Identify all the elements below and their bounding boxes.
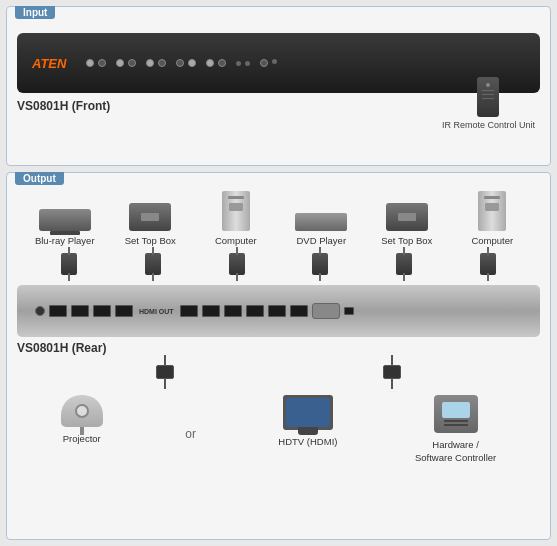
device-dvd: DVD Player xyxy=(284,213,359,247)
rear-panel-ports: HDMI OUT xyxy=(27,299,530,323)
controller-label: Hardware /Software Controller xyxy=(415,439,496,464)
dot-group-5 xyxy=(206,59,226,67)
hdmi-connector-3 xyxy=(229,253,245,275)
device-computer-1: Computer xyxy=(198,191,273,247)
hdmi-out-port-3 xyxy=(224,305,242,317)
output-label: Output xyxy=(15,172,64,185)
rear-device-name: VS0801H (Rear) xyxy=(17,341,540,355)
computer-tower-1 xyxy=(222,191,250,231)
ir-line xyxy=(482,90,494,91)
hdmi-out-1 xyxy=(180,305,198,317)
settopbox-label-1: Set Top Box xyxy=(125,235,176,247)
indicator-dot xyxy=(116,59,124,67)
aten-logo: ATEN xyxy=(32,56,66,71)
device-settopbox-1: Set Top Box xyxy=(113,203,188,247)
settopbox-label-2: Set Top Box xyxy=(381,235,432,247)
controller-line-1 xyxy=(444,420,468,422)
usb-port-shape xyxy=(344,307,354,315)
wire-2 xyxy=(164,379,166,389)
hdtv-screen xyxy=(286,398,330,427)
bluray-device-shape xyxy=(39,209,91,231)
hdmi-out-5 xyxy=(268,305,286,317)
hdmi-out-2 xyxy=(202,305,220,317)
indicator-dot xyxy=(176,59,184,67)
dvd-shape xyxy=(295,213,347,231)
conn-block-1 xyxy=(156,365,174,379)
projector-lens xyxy=(75,404,89,418)
or-separator: or xyxy=(185,419,196,441)
indicator-dot xyxy=(188,59,196,67)
controller-icon xyxy=(434,395,478,433)
hdmi-in-3 xyxy=(93,305,111,317)
out-conn-2 xyxy=(383,355,401,389)
hdtv-label: HDTV (HDMI) xyxy=(278,436,337,448)
hdmi-out-port-6 xyxy=(290,305,308,317)
main-container: Input ATEN xyxy=(0,0,557,546)
computer-label-1: Computer xyxy=(215,235,257,247)
indicator-dot xyxy=(86,59,94,67)
hdmi-in-1 xyxy=(49,305,67,317)
hdmi-out-4 xyxy=(246,305,264,317)
hdmi-connector-4 xyxy=(312,253,328,275)
controller-screen xyxy=(442,402,470,418)
output-controller: Hardware /Software Controller xyxy=(415,395,496,464)
wire-1 xyxy=(164,355,166,365)
device-bluray: Blu-ray Player xyxy=(27,209,102,247)
hdmi-out-port-2 xyxy=(202,305,220,317)
ir-dot xyxy=(486,83,490,87)
hdmi-connector-1 xyxy=(61,253,77,275)
output-projector: Projector xyxy=(61,395,103,445)
dot-group-7 xyxy=(260,59,277,67)
dvd-icon xyxy=(295,213,347,231)
vga-port-block xyxy=(312,303,340,319)
dot-group-3 xyxy=(146,59,166,67)
vga-port-shape xyxy=(312,303,340,319)
output-devices-row: Projector or HDTV (HDMI) Hardware /Softw… xyxy=(17,391,540,464)
small-dot xyxy=(245,61,250,66)
settopbox-shape-2 xyxy=(386,203,428,231)
usb-port-block xyxy=(344,307,354,315)
controller-line-2 xyxy=(444,424,468,426)
ir-remote-icon xyxy=(477,77,499,117)
hdmi-connector-5 xyxy=(396,253,412,275)
computer-label-2: Computer xyxy=(471,235,513,247)
output-connectors-row xyxy=(17,355,540,389)
power-port-shape xyxy=(35,306,45,316)
settopbox-icon-2 xyxy=(386,203,428,231)
out-conn-1 xyxy=(156,355,174,389)
hdtv-icon xyxy=(283,395,333,430)
indicator-dot xyxy=(128,59,136,67)
computer-icon-1 xyxy=(222,191,250,231)
hdmi-connector-6 xyxy=(480,253,496,275)
projector-icon xyxy=(61,395,103,427)
ir-remote-label: IR Remote Control Unit xyxy=(442,120,535,132)
device-settopbox-2: Set Top Box xyxy=(369,203,444,247)
indicator-dot xyxy=(260,59,268,67)
ir-line xyxy=(482,94,494,95)
input-connectors-row xyxy=(17,251,540,277)
hdmi-out-port-5 xyxy=(268,305,286,317)
computer-icon-2 xyxy=(478,191,506,231)
front-indicators xyxy=(86,59,525,67)
output-section: Output Blu-ray Player Set Top Box xyxy=(6,172,551,540)
hdmi-out-text: HDMI OUT xyxy=(139,308,174,315)
power-port xyxy=(35,306,45,316)
bluray-icon xyxy=(39,209,91,231)
settopbox-shape-1 xyxy=(129,203,171,231)
output-hdtv: HDTV (HDMI) xyxy=(278,395,337,448)
computer-shape-1 xyxy=(222,191,250,231)
small-dot xyxy=(236,61,241,66)
indicator-dot xyxy=(158,59,166,67)
hdmi-out-port-4 xyxy=(246,305,264,317)
hdmi-port-1 xyxy=(49,305,67,317)
hdmi-port-2 xyxy=(71,305,89,317)
dvd-label: DVD Player xyxy=(296,235,346,247)
ir-remote-unit: IR Remote Control Unit xyxy=(442,77,535,132)
conn-block-2 xyxy=(383,365,401,379)
input-devices-row: Blu-ray Player Set Top Box Computer xyxy=(17,191,540,247)
dot-group-4 xyxy=(176,59,196,67)
hdmi-out-6 xyxy=(290,305,308,317)
computer-shape-2 xyxy=(478,191,506,231)
dot-group-2 xyxy=(116,59,136,67)
computer-tower-2 xyxy=(478,191,506,231)
